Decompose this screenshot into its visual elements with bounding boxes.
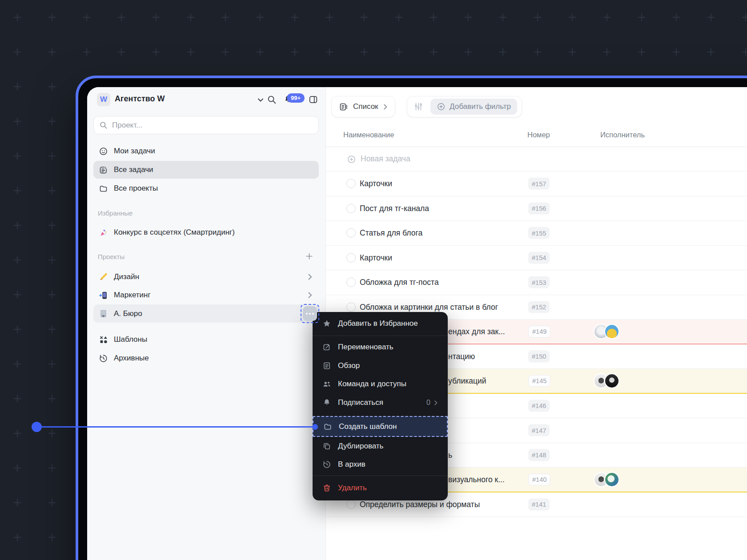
task-status-radio[interactable] xyxy=(346,228,356,238)
task-number-badge: #148 xyxy=(528,449,550,461)
table-row[interactable]: Карточки #154 xyxy=(326,246,747,271)
task-number-badge: #150 xyxy=(528,350,550,362)
plus-circle-icon xyxy=(347,155,356,164)
sidebar-item-project-design[interactable]: Дизайн xyxy=(93,268,319,286)
search-icon[interactable] xyxy=(267,95,277,104)
project-more-options-button[interactable] xyxy=(303,306,317,321)
chevron-right-icon xyxy=(383,104,388,110)
new-task-row[interactable]: Новая задача xyxy=(326,147,747,172)
task-number-badge: #146 xyxy=(528,400,550,412)
table-row[interactable]: Пост для тг-канала #156 xyxy=(326,196,747,221)
sidebar-item-label: Дизайн xyxy=(114,272,139,281)
task-title[interactable]: Обложка для тг-поста xyxy=(360,278,439,287)
sidebar-item-label: Маркетинг xyxy=(114,291,151,300)
table-row[interactable]: Статья для блога #155 xyxy=(326,221,747,246)
add-project-icon[interactable] xyxy=(305,252,313,260)
menu-item-delete[interactable]: Удалить xyxy=(313,479,448,497)
menu-item-rename[interactable]: Переименовать xyxy=(313,338,448,356)
sidebar-item-favorite-project[interactable]: Конкурс в соцсетях (Смартридинг) xyxy=(93,224,319,241)
table-row[interactable]: Обложка для тг-поста #153 xyxy=(326,270,747,295)
task-title[interactable]: Пост для тг-канала xyxy=(360,204,429,213)
task-title[interactable]: Карточки xyxy=(360,179,392,188)
new-task-label: Новая задача xyxy=(361,154,410,164)
task-status-radio[interactable] xyxy=(346,253,356,262)
sidebar-item-all-tasks[interactable]: Все задачи xyxy=(93,161,319,179)
sidebar-item-label: А. Бюро xyxy=(114,309,142,318)
avatar[interactable] xyxy=(604,472,619,487)
add-filter-label: Добавить фильтр xyxy=(450,102,511,111)
task-title[interactable]: Статья для блога xyxy=(360,228,422,238)
sidebar-item-project-a-buro[interactable]: А. Бюро xyxy=(93,304,319,323)
edit-icon xyxy=(322,343,331,352)
team-icon xyxy=(322,380,331,388)
trash-icon xyxy=(322,484,331,492)
history-icon xyxy=(322,460,331,469)
menu-item-create-template[interactable]: Создать шаблон xyxy=(313,417,447,436)
avatar[interactable] xyxy=(604,324,619,339)
menu-item-add-to-favorites[interactable]: Добавить в Избранное xyxy=(313,314,448,333)
task-status-radio[interactable] xyxy=(346,179,356,188)
menu-item-label: Обзор xyxy=(338,361,360,370)
column-name[interactable]: Наименование xyxy=(343,131,394,139)
avatar[interactable] xyxy=(604,373,619,388)
task-title[interactable]: Обложка и картинки для статьи в блог xyxy=(360,302,498,312)
column-number[interactable]: Номер xyxy=(527,131,550,139)
search-placeholder: Проект... xyxy=(112,121,142,130)
menu-item-label: Подписаться xyxy=(338,398,383,407)
chevron-down-icon[interactable] xyxy=(257,98,264,102)
sidebar-toggle-icon[interactable] xyxy=(308,95,318,104)
sidebar-item-label: Все проекты xyxy=(114,184,158,193)
subscribe-count: 0 xyxy=(426,399,438,407)
task-title[interactable]: ендах для зак... xyxy=(448,327,505,336)
phone-icon xyxy=(99,291,108,300)
table-row[interactable]: Карточки #157 xyxy=(326,172,747,196)
workspace-title[interactable]: Агентство W xyxy=(115,94,165,104)
menu-item-label: Добавить в Избранное xyxy=(338,319,418,328)
task-title[interactable]: нтацию xyxy=(448,352,475,361)
task-status-radio[interactable] xyxy=(346,302,356,312)
view-switcher-button[interactable]: Список xyxy=(331,96,395,117)
chevron-right-icon[interactable] xyxy=(308,273,313,280)
chevron-right-icon[interactable] xyxy=(308,292,313,299)
menu-item-duplicate[interactable]: Дублировать xyxy=(313,437,448,456)
menu-item-team-access[interactable]: Команда и доступы xyxy=(313,375,448,393)
task-status-radio[interactable] xyxy=(346,500,356,509)
task-title[interactable]: Определить размеры и форматы xyxy=(360,500,480,509)
sidebar-item-label: Мои задачи xyxy=(114,147,155,156)
pencil-icon xyxy=(99,272,108,282)
sidebar-item-my-tasks[interactable]: Мои задачи xyxy=(93,142,319,160)
task-number-badge: #153 xyxy=(528,276,550,288)
duplicate-icon xyxy=(322,442,331,451)
sidebar-item-archived[interactable]: Архивные xyxy=(93,349,319,367)
sliders-icon[interactable] xyxy=(412,102,425,112)
menu-item-archive[interactable]: В архив xyxy=(313,455,448,474)
folder-icon xyxy=(323,422,332,431)
add-filter-button[interactable]: Добавить фильтр xyxy=(430,99,517,115)
filter-toolbar: Добавить фильтр xyxy=(407,96,522,117)
table-header: Наименование Номер Исполнитель xyxy=(326,129,747,142)
assignee-avatars xyxy=(594,373,619,388)
task-title[interactable]: визуального к... xyxy=(448,475,505,484)
workspace-logo: W xyxy=(97,93,110,106)
sidebar-item-templates[interactable]: Шаблоны xyxy=(93,331,319,348)
task-title[interactable]: убликаций xyxy=(448,376,486,385)
project-search-input[interactable]: Проект... xyxy=(93,116,319,134)
assignee-avatars xyxy=(594,324,619,339)
chevron-right-icon xyxy=(434,400,438,406)
task-number-badge: #149 xyxy=(528,325,550,337)
task-status-radio[interactable] xyxy=(346,278,356,287)
column-assignee[interactable]: Исполнитель xyxy=(600,131,645,139)
task-number-badge: #154 xyxy=(528,252,550,264)
sidebar-item-project-marketing[interactable]: Маркетинг xyxy=(93,286,319,304)
menu-item-overview[interactable]: Обзор xyxy=(313,356,448,375)
menu-item-label: Создать шаблон xyxy=(339,422,397,431)
task-title[interactable]: Карточки xyxy=(360,253,392,262)
notification-badge[interactable]: 99+ xyxy=(287,93,305,103)
menu-item-subscribe[interactable]: Подписаться 0 xyxy=(313,393,448,412)
sidebar-item-all-projects[interactable]: Все проекты xyxy=(93,180,319,197)
task-title[interactable]: ь xyxy=(448,450,452,460)
task-status-radio[interactable] xyxy=(346,204,356,213)
projects-section-label: Проекты xyxy=(98,253,124,260)
task-number-badge: #145 xyxy=(528,375,550,387)
sidebar-item-label: Шаблоны xyxy=(114,335,147,344)
